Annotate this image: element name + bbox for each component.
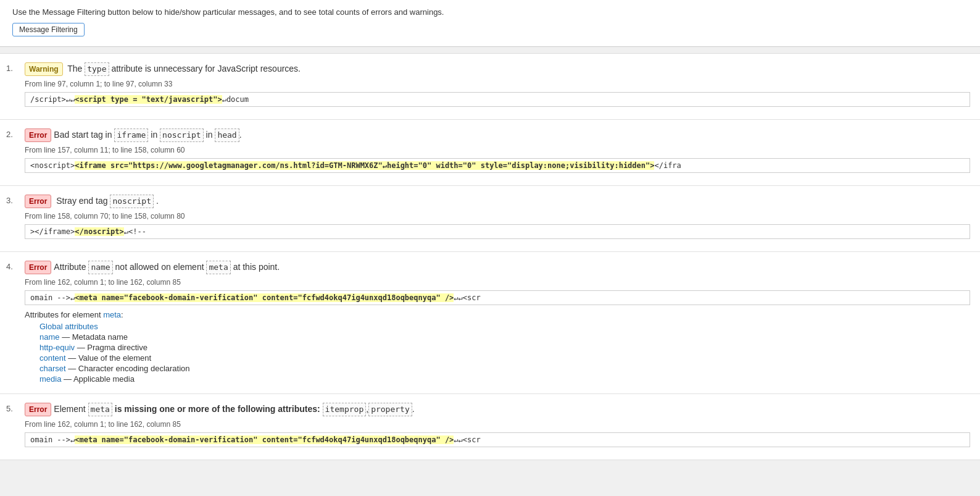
- code-block: omain -->↵<meta name="facebook-domain-ve…: [25, 290, 970, 305]
- main-content: 1.Warning The type attribute is unnecess…: [0, 47, 980, 466]
- code-highlight: <meta name="facebook-domain-verification…: [75, 435, 454, 444]
- item-number: 2.: [6, 128, 19, 177]
- inline-code: head: [215, 128, 239, 142]
- attr-list-item: charset — Character encoding declaration: [39, 364, 970, 373]
- item-body: ErrorElement meta is missing one or more…: [25, 403, 970, 451]
- location-text: From line 97, column 1; to line 97, colu…: [25, 80, 970, 88]
- item-number: 4.: [6, 261, 19, 385]
- message-filtering-button[interactable]: Message Filtering: [12, 23, 85, 36]
- location-text: From line 162, column 1; to line 162, co…: [25, 278, 970, 287]
- item-body: ErrorAttribute name not allowed on eleme…: [25, 261, 970, 385]
- item-title: ErrorElement meta is missing one or more…: [25, 403, 970, 416]
- error-badge: Error: [25, 261, 51, 274]
- item-body: ErrorBad start tag in iframe in noscript…: [25, 128, 970, 177]
- item-number: 5.: [6, 403, 19, 451]
- message-item: 2.ErrorBad start tag in iframe in noscri…: [0, 120, 980, 186]
- message-item: 4.ErrorAttribute name not allowed on ele…: [0, 252, 980, 394]
- location-text: From line 157, column 11; to line 158, c…: [25, 146, 970, 154]
- item-body: Warning The type attribute is unnecessar…: [25, 62, 970, 111]
- error-badge: Error: [25, 195, 51, 208]
- item-title: ErrorAttribute name not allowed on eleme…: [25, 261, 970, 274]
- location-text: From line 162, column 1; to line 162, co…: [25, 420, 970, 429]
- description-text: Use the Message Filtering button below t…: [12, 7, 968, 17]
- attr-list-item: media — Applicable media: [39, 374, 970, 384]
- title-text-bold: is missing one or more of the following …: [112, 404, 323, 414]
- global-attrs-item: Global attributes: [39, 322, 970, 331]
- attr-section: Attributes for element meta:Global attri…: [25, 310, 970, 384]
- attr-list-item: content — Value of the element: [39, 353, 970, 363]
- inline-code: type: [85, 62, 109, 76]
- inline-code: iframe: [114, 128, 148, 142]
- attr-link[interactable]: content: [39, 353, 66, 363]
- code-highlight: <iframe src="https://www.googletagmanage…: [75, 161, 654, 170]
- location-text: From line 158, column 70; to line 158, c…: [25, 212, 970, 221]
- inline-code: meta: [206, 261, 230, 274]
- message-item: 1.Warning The type attribute is unnecess…: [0, 54, 980, 120]
- meta-link[interactable]: meta: [103, 310, 121, 319]
- attr-link[interactable]: name: [39, 332, 60, 342]
- message-item: 5.ErrorElement meta is missing one or mo…: [0, 394, 980, 460]
- item-number: 3.: [6, 195, 19, 243]
- attr-list-item: name — Metadata name: [39, 332, 970, 342]
- global-attrs-link[interactable]: Global attributes: [39, 322, 98, 331]
- item-number: 1.: [6, 62, 19, 111]
- error-badge: Error: [25, 403, 51, 416]
- item-body: Error Stray end tag noscript .From line …: [25, 195, 970, 243]
- message-list: 1.Warning The type attribute is unnecess…: [0, 53, 980, 460]
- item-title: Error Stray end tag noscript .: [25, 195, 970, 208]
- inline-code: noscript: [160, 128, 204, 142]
- code-block: ></iframe></noscript>↵<!--: [25, 224, 970, 239]
- attr-link[interactable]: media: [39, 374, 61, 384]
- item-title: ErrorBad start tag in iframe in noscript…: [25, 128, 970, 142]
- code-highlight: <script type = "text/javascript">: [75, 95, 222, 104]
- code-highlight: <meta name="facebook-domain-verification…: [75, 293, 454, 302]
- attr-list-item: http-equiv — Pragma directive: [39, 343, 970, 352]
- inline-code: noscript: [110, 195, 154, 208]
- inline-code: itemprop: [323, 403, 367, 416]
- error-badge: Error: [25, 128, 51, 142]
- inline-code: property: [368, 403, 412, 416]
- item-title: Warning The type attribute is unnecessar…: [25, 62, 970, 76]
- code-block: <noscript><iframe src="https://www.googl…: [25, 158, 970, 173]
- warning-badge: Warning: [25, 62, 63, 76]
- code-block: /script>↵↵<script type = "text/javascrip…: [25, 92, 970, 107]
- attr-link[interactable]: charset: [39, 364, 66, 373]
- code-block: omain -->↵<meta name="facebook-domain-ve…: [25, 432, 970, 447]
- top-bar: Use the Message Filtering button below t…: [0, 0, 980, 47]
- attr-link[interactable]: http-equiv: [39, 343, 75, 352]
- message-item: 3.Error Stray end tag noscript .From lin…: [0, 186, 980, 252]
- inline-code: meta: [88, 403, 112, 416]
- attr-title: Attributes for element meta:: [25, 310, 970, 319]
- inline-code: name: [88, 261, 112, 274]
- code-highlight: </noscript>: [75, 227, 123, 236]
